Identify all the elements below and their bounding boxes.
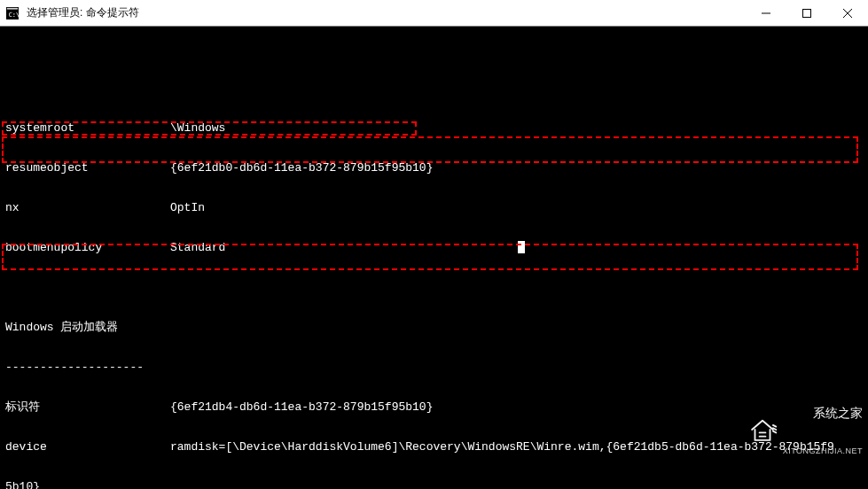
text-cursor [518,241,525,253]
close-button[interactable] [827,0,868,26]
watermark-text: 系统之家 XITONGZHIJIA.NET [783,379,863,484]
terminal-output[interactable]: systemroot\Windows resumeobject{6ef21db0… [0,27,868,489]
key: device [5,440,170,454]
output-row: nxOptIn [5,201,863,214]
output-row: systemroot\Windows [5,121,863,135]
svg-rect-1 [7,7,18,9]
watermark: 系统之家 XITONGZHIJIA.NET [706,379,863,484]
key: nx [5,201,170,214]
value: {6ef21db4-db6d-11ea-b372-879b15f95b10} [170,400,433,414]
value: {6ef21db0-db6d-11ea-b372-879b15f95b10} [170,161,433,175]
svg-text:C:\: C:\ [9,11,19,18]
watermark-title: 系统之家 [783,407,863,420]
key: 标识符 [5,400,170,414]
watermark-sub: XITONGZHIJIA.NET [783,447,863,456]
house-icon [706,401,778,462]
highlight-device [2,136,858,163]
window-controls [746,0,868,26]
maximize-button[interactable] [786,0,827,26]
value: Standard [170,241,225,254]
key: systemroot [5,121,170,135]
value: OptIn [170,201,205,214]
output-row: bootmenupolicyStandard [5,241,863,254]
minimize-button[interactable] [746,0,786,26]
output-row: resumeobject{6ef21db0-db6d-11ea-b372-879… [5,161,863,175]
svg-rect-4 [803,9,811,17]
cmd-icon: C:\ [5,6,20,20]
section-header: Windows 启动加载器 [5,321,863,334]
key: resumeobject [5,161,170,175]
separator: -------------------- [5,361,863,374]
window-title: 选择管理员: 命令提示符 [25,5,746,20]
key: bootmenupolicy [5,241,170,254]
value: \Windows [170,121,225,135]
titlebar: C:\ 选择管理员: 命令提示符 [0,0,868,27]
